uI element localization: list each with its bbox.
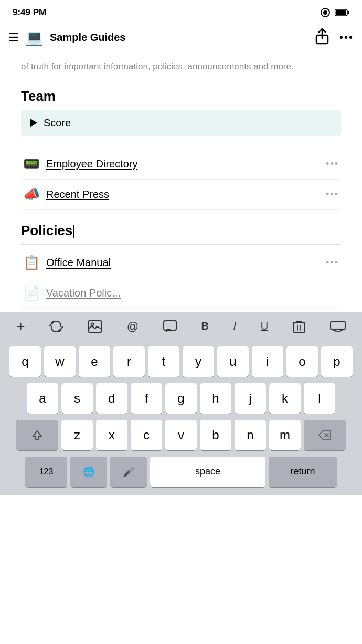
employee-directory-icon: 📟 — [23, 156, 40, 172]
key-i[interactable]: i — [252, 346, 283, 377]
team-list: 📟 Employee Directory ••• 📣 Recent Press … — [21, 146, 341, 213]
office-manual-label: Office Manual — [46, 257, 322, 269]
office-manual-icon: 📋 — [23, 255, 40, 271]
list-item-partial: 📄 Vacation Polic... — [21, 278, 341, 309]
partial-text: of truth for important information, poli… — [21, 52, 341, 79]
vacation-policy-icon: 📄 — [23, 285, 40, 301]
key-l[interactable]: l — [304, 383, 335, 414]
key-return[interactable]: return — [269, 457, 337, 487]
add-button[interactable]: + — [12, 316, 29, 337]
list-item[interactable]: 📣 Recent Press ••• — [21, 180, 341, 210]
status-bar: 9:49 PM — [0, 0, 362, 23]
svg-rect-10 — [331, 321, 345, 330]
key-r[interactable]: r — [113, 346, 145, 377]
comment-icon — [163, 320, 177, 333]
key-a[interactable]: a — [27, 383, 58, 414]
key-j[interactable]: j — [235, 383, 266, 414]
keyboard-row-2: a s d f g h j k l — [2, 383, 360, 414]
vacation-policy-label: Vacation Polic... — [46, 287, 339, 299]
menu-icon[interactable]: ☰ — [8, 32, 19, 44]
svg-point-1 — [323, 10, 327, 15]
svg-rect-6 — [88, 321, 102, 332]
key-shift[interactable] — [16, 420, 58, 450]
rotate-button[interactable] — [45, 318, 67, 335]
nav-title: Sample Guides — [50, 31, 126, 44]
key-f[interactable]: f — [131, 383, 162, 414]
nav-right: ••• — [315, 28, 354, 48]
keyboard-button[interactable] — [326, 319, 350, 334]
list-item[interactable]: 📟 Employee Directory ••• — [21, 149, 341, 180]
keyboard-icon — [330, 321, 346, 332]
nav-bar: ☰ 💻 Sample Guides ••• — [0, 23, 362, 52]
nav-left: ☰ 💻 Sample Guides — [8, 29, 315, 46]
status-time: 9:49 PM — [13, 7, 46, 18]
key-e[interactable]: e — [79, 346, 110, 377]
recent-press-more[interactable]: ••• — [322, 189, 339, 200]
key-c[interactable]: c — [131, 420, 162, 450]
keyboard-row-4: 123 🌐 🎤 space return — [2, 457, 360, 487]
key-k[interactable]: k — [269, 383, 301, 414]
key-mic[interactable]: 🎤 — [110, 457, 147, 487]
score-label: Score — [44, 117, 71, 129]
key-z[interactable]: z — [61, 420, 93, 450]
keyboard[interactable]: q w e r t y u i o p a s d f g h j k l z … — [0, 341, 362, 495]
rotate-icon — [49, 320, 63, 333]
italic-button[interactable]: I — [229, 318, 241, 334]
employee-directory-more[interactable]: ••• — [322, 159, 339, 170]
underline-button[interactable]: U — [257, 318, 272, 334]
key-d[interactable]: d — [96, 383, 127, 414]
key-globe[interactable]: 🌐 — [70, 457, 107, 487]
svg-rect-3 — [348, 11, 349, 14]
screen-record-icon — [320, 7, 331, 18]
key-m[interactable]: m — [269, 420, 301, 450]
list-item[interactable]: 📋 Office Manual ••• — [21, 248, 341, 278]
editor-toolbar: + @ B I U — [0, 312, 362, 341]
key-u[interactable]: u — [217, 346, 249, 377]
score-row[interactable]: Score — [21, 110, 341, 136]
share-button[interactable] — [315, 28, 329, 48]
mention-button[interactable]: @ — [123, 318, 143, 335]
policies-list: 📋 Office Manual ••• 📄 Vacation Polic... — [21, 245, 341, 312]
svg-rect-8 — [164, 321, 176, 330]
app-icon: 💻 — [25, 29, 44, 46]
content-area: of truth for important information, poli… — [0, 52, 362, 312]
key-n[interactable]: n — [235, 420, 266, 450]
key-delete[interactable] — [304, 420, 346, 450]
svg-point-7 — [91, 323, 94, 325]
image-icon — [88, 320, 102, 333]
recent-press-icon: 📣 — [23, 186, 40, 203]
bold-button[interactable]: B — [197, 318, 212, 334]
office-manual-more[interactable]: ••• — [322, 257, 339, 268]
keyboard-row-1: q w e r t y u i o p — [2, 346, 360, 377]
trash-icon — [293, 320, 305, 333]
key-h[interactable]: h — [200, 383, 231, 414]
employee-directory-label: Employee Directory — [46, 158, 322, 170]
expand-icon — [30, 119, 37, 127]
team-heading: Team — [21, 79, 341, 110]
text-cursor — [73, 225, 74, 238]
comment-button[interactable] — [159, 318, 181, 335]
key-w[interactable]: w — [44, 346, 76, 377]
recent-press-label: Recent Press — [46, 188, 322, 200]
key-s[interactable]: s — [61, 383, 93, 414]
key-space[interactable]: space — [150, 457, 265, 487]
key-y[interactable]: y — [183, 346, 214, 377]
keyboard-row-3: z x c v b n m — [2, 420, 360, 450]
key-g[interactable]: g — [165, 383, 197, 414]
image-button[interactable] — [83, 318, 107, 335]
policies-heading: Policies — [21, 213, 341, 245]
svg-rect-9 — [294, 323, 304, 333]
key-q[interactable]: q — [9, 346, 41, 377]
key-o[interactable]: o — [286, 346, 318, 377]
key-x[interactable]: x — [96, 420, 127, 450]
key-p[interactable]: p — [321, 346, 353, 377]
key-t[interactable]: t — [148, 346, 179, 377]
more-button[interactable]: ••• — [339, 31, 354, 44]
key-numbers[interactable]: 123 — [25, 457, 67, 487]
battery-icon — [335, 9, 349, 16]
key-b[interactable]: b — [200, 420, 231, 450]
key-v[interactable]: v — [165, 420, 197, 450]
delete-button[interactable] — [289, 318, 310, 335]
status-icons — [320, 7, 349, 18]
svg-rect-4 — [336, 10, 346, 15]
